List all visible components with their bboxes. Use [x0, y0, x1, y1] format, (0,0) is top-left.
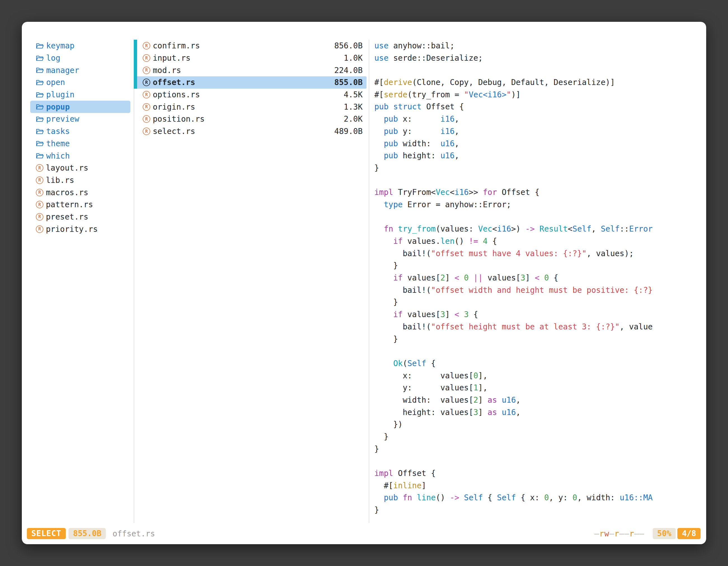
- sidebar-file-pattern.rs[interactable]: Rpattern.rs: [30, 199, 130, 211]
- open-folder-icon: [36, 140, 44, 147]
- code-line: y: values[1],: [374, 382, 702, 394]
- code-line: pub x: i16,: [374, 113, 702, 125]
- folder-name: plugin: [46, 90, 74, 99]
- file-row-input.rs[interactable]: Rinput.rs1.0K: [134, 52, 367, 64]
- file-name: preset.rs: [46, 212, 88, 222]
- sidebar-folder-manager[interactable]: manager: [30, 64, 130, 76]
- sidebar-folder-popup[interactable]: popup: [30, 101, 130, 113]
- folder-name: tasks: [46, 127, 70, 136]
- code-line: }: [374, 431, 702, 443]
- visual-select-marker: [134, 52, 137, 64]
- file-name: position.rs: [153, 114, 205, 124]
- folder-name: popup: [46, 102, 70, 112]
- file-name: lib.rs: [46, 176, 74, 185]
- status-bar: SELECT 855.0B offset.rs –rw–r––r–– 50% 4…: [27, 528, 701, 539]
- open-folder-icon: [36, 91, 44, 98]
- code-line: use anyhow::bail;: [374, 40, 702, 52]
- code-line: type Error = anyhow::Error;: [374, 199, 702, 211]
- file-row-mod.rs[interactable]: Rmod.rs224.0B: [134, 64, 367, 76]
- code-line: [374, 64, 702, 76]
- open-folder-icon: [36, 43, 44, 49]
- visual-select-marker: [134, 76, 137, 89]
- file-row-offset.rs[interactable]: Roffset.rs855.0B: [134, 76, 367, 89]
- rust-icon: R: [36, 226, 43, 233]
- sidebar-folder-preview[interactable]: preview: [30, 113, 130, 125]
- code-line: pub width: u16,: [374, 138, 702, 150]
- code-line: bail!("offset width and height must be p…: [374, 284, 702, 296]
- folder-name: preview: [46, 114, 79, 124]
- rust-icon: R: [143, 67, 150, 74]
- code-line: width: values[2] as u16,: [374, 394, 702, 406]
- permissions-text: –rw–r––r––: [594, 529, 644, 538]
- file-name: layout.rs: [46, 163, 88, 173]
- sidebar-folder-tasks[interactable]: tasks: [30, 125, 130, 138]
- visual-select-marker: [134, 89, 137, 101]
- panes-container: keymaplogmanageropenpluginpopuppreviewta…: [22, 40, 706, 523]
- open-folder-icon: [36, 128, 44, 135]
- sidebar-folder-theme[interactable]: theme: [30, 138, 130, 150]
- file-size: 1.3K: [344, 102, 363, 112]
- sidebar-folder-keymap[interactable]: keymap: [30, 40, 130, 52]
- file-name: pattern.rs: [46, 200, 93, 209]
- file-size: 4.5K: [344, 90, 363, 99]
- file-name: macros.rs: [46, 188, 88, 197]
- status-left: SELECT 855.0B offset.rs: [27, 528, 155, 539]
- status-badges: 50% 4/8: [653, 528, 701, 539]
- sidebar-folder-log[interactable]: log: [30, 52, 130, 64]
- rust-icon: R: [36, 201, 43, 208]
- open-folder-icon: [36, 104, 44, 110]
- sidebar-folder-open[interactable]: open: [30, 76, 130, 89]
- rust-icon: R: [36, 213, 43, 221]
- file-row-position.rs[interactable]: Rposition.rs2.0K: [134, 113, 367, 125]
- folder-name: keymap: [46, 41, 74, 50]
- folder-name: which: [46, 151, 70, 161]
- code-line: [374, 345, 702, 357]
- code-line: }: [374, 443, 702, 455]
- sidebar-file-layout.rs[interactable]: Rlayout.rs: [30, 162, 130, 174]
- file-row-confirm.rs[interactable]: Rconfirm.rs856.0B: [134, 40, 367, 52]
- code-line: x: values[0],: [374, 370, 702, 382]
- file-size: 2.0K: [344, 114, 363, 124]
- code-line: bail!("offset must have 4 values: {:?}",…: [374, 248, 702, 260]
- folder-name: theme: [46, 139, 70, 148]
- sidebar-folder-plugin[interactable]: plugin: [30, 89, 130, 101]
- file-size: 856.0B: [334, 41, 363, 50]
- file-row-origin.rs[interactable]: Rorigin.rs1.3K: [134, 101, 367, 113]
- sidebar-file-lib.rs[interactable]: Rlib.rs: [30, 174, 130, 187]
- rust-icon: R: [143, 79, 150, 86]
- rust-icon: R: [36, 177, 43, 184]
- file-name: mod.rs: [153, 66, 181, 75]
- folder-name: manager: [46, 66, 79, 75]
- file-name: input.rs: [153, 53, 191, 63]
- open-folder-icon: [36, 67, 44, 74]
- rust-icon: R: [36, 164, 43, 172]
- code-line: }: [374, 162, 702, 174]
- rust-icon: R: [143, 128, 150, 135]
- file-manager-window: keymaplogmanageropenpluginpopuppreviewta…: [22, 22, 706, 544]
- sidebar-file-macros.rs[interactable]: Rmacros.rs: [30, 186, 130, 199]
- code-line: }: [374, 260, 702, 272]
- file-name: confirm.rs: [153, 41, 200, 50]
- file-row-select.rs[interactable]: Rselect.rs489.0B: [134, 125, 367, 138]
- rust-icon: R: [143, 91, 150, 98]
- file-name: priority.rs: [46, 225, 98, 234]
- code-line: }): [374, 418, 702, 431]
- visual-select-marker: [134, 113, 137, 125]
- open-folder-icon: [36, 55, 44, 62]
- file-name: select.rs: [153, 127, 195, 136]
- file-row-options.rs[interactable]: Roptions.rs4.5K: [134, 89, 367, 101]
- code-line: bail!("offset height must be at least 3:…: [374, 321, 702, 333]
- cursor-position-badge: 4/8: [677, 528, 701, 539]
- code-line: }: [374, 504, 702, 516]
- visual-select-marker: [134, 64, 137, 76]
- sidebar-folder-which[interactable]: which: [30, 150, 130, 162]
- status-filename: offset.rs: [112, 529, 155, 538]
- folder-name: open: [46, 78, 65, 87]
- code-line: pub struct Offset {: [374, 101, 702, 113]
- code-line: pub y: i16,: [374, 125, 702, 138]
- sidebar-file-priority.rs[interactable]: Rpriority.rs: [30, 223, 130, 235]
- rust-icon: R: [143, 42, 150, 50]
- scroll-percent-badge: 50%: [653, 528, 676, 539]
- sidebar-file-preset.rs[interactable]: Rpreset.rs: [30, 211, 130, 223]
- code-line: [374, 211, 702, 223]
